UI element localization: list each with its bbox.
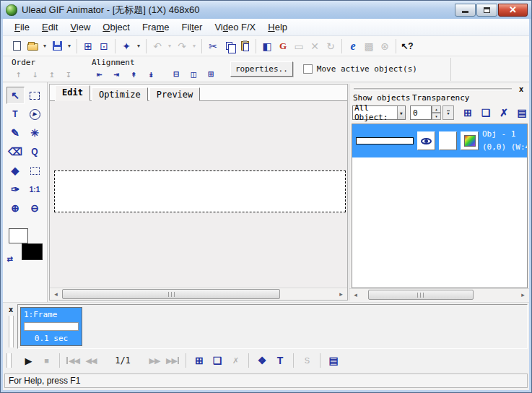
lasso-tool-button[interactable]: Q [26, 143, 44, 160]
stop-button[interactable]: ■ [38, 352, 55, 369]
restore-button[interactable] [476, 4, 497, 17]
align-left-button[interactable]: ⇤ [92, 67, 107, 80]
delete-frame-button[interactable]: ✗ [227, 352, 244, 369]
menu-help[interactable]: Help [262, 20, 293, 35]
object-color-swatch-button[interactable] [439, 131, 457, 150]
next-frame-button[interactable]: ▶▶ [146, 352, 163, 369]
bring-to-front-button[interactable]: ↥ [45, 67, 59, 80]
align-right-button[interactable]: ⇥ [109, 67, 124, 80]
menu-file[interactable]: File [9, 20, 35, 35]
align-top-button[interactable]: ↟ [126, 67, 141, 80]
add-image-button[interactable]: ⊞ [80, 38, 96, 54]
gif-canvas[interactable] [54, 170, 346, 212]
edit-horizontal-scrollbar[interactable]: ◂ ▸ [50, 288, 347, 300]
actual-size-button[interactable]: 1:1 [26, 181, 44, 198]
eyedropper-tool-button[interactable]: ✑ [6, 181, 25, 198]
scroll-thumb[interactable] [368, 290, 474, 300]
banner-button[interactable]: ▭ [291, 38, 307, 54]
menu-video-fx[interactable]: Video F/X [209, 20, 261, 35]
object-palette-button[interactable] [461, 131, 479, 150]
object-visibility-button[interactable] [417, 131, 435, 150]
title-bar[interactable]: Ulead GIF Animator - [无标题] (1X) 468x60 ✕ [1, 1, 531, 19]
context-help-button[interactable]: ↖? [399, 38, 415, 54]
transparency-spin-up[interactable]: ▴ [432, 105, 441, 113]
app-icon[interactable] [6, 4, 17, 16]
eraser-tool-button[interactable]: ⌫ [6, 143, 25, 160]
menu-edit[interactable]: Edit [36, 20, 64, 35]
object-panel-scrollbar[interactable]: ◂ ▸ [349, 288, 529, 301]
undo-dropdown[interactable]: ▾ [165, 38, 174, 54]
panel-gripper[interactable]: x [349, 84, 529, 93]
marquee-select-tool-button[interactable] [26, 87, 44, 104]
frame-panel-close-button[interactable]: x [6, 304, 16, 314]
pointer-tool-button[interactable]: ↖ [6, 87, 25, 104]
redo-button[interactable]: ↷ [174, 38, 190, 54]
web-properties-button[interactable]: ⊛ [377, 38, 393, 54]
frame-properties-button[interactable]: ◧ [259, 38, 275, 54]
frame-panel-gripper[interactable] [9, 316, 14, 347]
transparency-spin-down[interactable]: ▾ [432, 113, 441, 120]
fill-tool-button[interactable]: ◆ [6, 162, 25, 179]
tab-optimize[interactable]: Optimize [92, 87, 148, 101]
resize-button[interactable]: ✕ [307, 38, 323, 54]
sound-button[interactable]: S [298, 352, 315, 369]
preview-in-browser-button[interactable]: e [345, 38, 361, 54]
magic-wand-tool-button[interactable]: ✳ [26, 124, 44, 142]
redo-dropdown[interactable]: ▾ [190, 38, 199, 54]
add-object-button[interactable]: ⊞ [461, 105, 475, 120]
open-button[interactable] [25, 38, 40, 54]
new-button[interactable] [9, 38, 25, 54]
banner-text-button[interactable]: T [271, 352, 289, 369]
add-frame-button[interactable]: ⊞ [191, 352, 208, 369]
center-horizontal-button[interactable]: ◫ [186, 67, 201, 80]
properties-button[interactable]: roperties.. [230, 61, 293, 77]
move-up-button[interactable]: ↑ [12, 67, 26, 80]
menu-view[interactable]: View [64, 20, 96, 35]
foreground-color-swatch[interactable] [9, 228, 28, 243]
duplicate-frame-button[interactable]: ❏ [209, 352, 226, 369]
transparency-input[interactable]: 0 [410, 105, 432, 120]
center-both-button[interactable]: ⊞ [204, 67, 219, 80]
minimize-button[interactable] [455, 4, 476, 17]
add-video-button[interactable]: ⊡ [96, 38, 112, 54]
close-button[interactable]: ✕ [498, 4, 528, 17]
object-list-item[interactable]: Obj - 1 (0,0) (W:468, H:60) [352, 124, 527, 157]
move-down-button[interactable]: ↓ [28, 67, 43, 80]
dropdown-arrow-icon[interactable]: ▼ [397, 106, 405, 119]
duplicate-object-button[interactable]: ❏ [479, 105, 493, 120]
first-frame-button[interactable]: ◀◀ [64, 352, 82, 369]
previous-frame-button[interactable]: ◀◀ [82, 352, 100, 369]
center-vertical-button[interactable]: ⊟ [169, 67, 184, 80]
zoom-in-tool-button[interactable]: ⊕ [6, 199, 25, 217]
scroll-right-icon[interactable]: ▸ [335, 288, 347, 300]
cut-button[interactable]: ✂ [205, 38, 221, 54]
paintbrush-tool-button[interactable]: ✎ [6, 124, 25, 142]
selection-frame-tool-button[interactable] [26, 162, 44, 179]
paste-button[interactable] [237, 38, 253, 54]
copy-button[interactable] [221, 38, 237, 54]
undo-button[interactable]: ↶ [149, 38, 165, 54]
menu-frame[interactable]: Frame [136, 20, 175, 35]
transparency-slider-button[interactable]: ▾ [442, 105, 454, 120]
frame-properties-button-2[interactable]: ▤ [325, 352, 342, 369]
swap-colors-icon[interactable]: ⇄ [7, 255, 13, 263]
color-wand-dropdown[interactable]: ▾ [134, 38, 143, 54]
scroll-left-icon[interactable]: ◂ [50, 288, 62, 300]
frame-thumbnail-1[interactable]: 1:Frame 0.1 sec [20, 307, 82, 346]
align-bottom-button[interactable]: ↡ [144, 67, 159, 80]
tab-edit[interactable]: Edit [55, 85, 90, 101]
edit-workspace[interactable] [50, 101, 347, 288]
scroll-left-icon[interactable]: ◂ [349, 289, 362, 301]
open-dropdown[interactable]: ▾ [40, 38, 49, 54]
scroll-thumb[interactable] [62, 289, 280, 299]
rotate-button[interactable]: ↻ [323, 38, 339, 54]
move-active-object-checkbox[interactable] [303, 64, 313, 74]
object-properties-button[interactable]: ▤ [515, 105, 529, 120]
gif-optimizer-button[interactable]: G [275, 38, 291, 54]
save-dropdown[interactable]: ▾ [65, 38, 74, 54]
delete-object-button[interactable]: ✗ [497, 105, 511, 120]
last-frame-button[interactable]: ▶▶ [164, 352, 181, 369]
optimize-preview-button[interactable]: ▩ [361, 38, 377, 54]
color-wand-button[interactable]: ✦ [118, 38, 134, 54]
play-button[interactable]: ▶ [19, 352, 37, 369]
